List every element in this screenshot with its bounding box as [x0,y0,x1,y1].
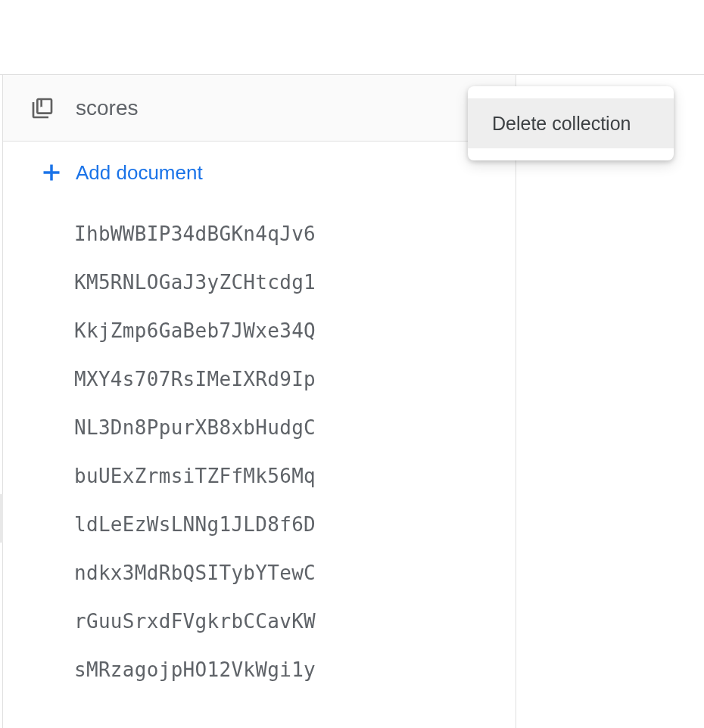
document-item[interactable]: KM5RNLOGaJ3yZCHtcdg1 [3,258,516,306]
left-edge-divider [0,75,3,728]
top-spacer [0,0,704,74]
plus-icon [39,160,64,185]
document-item[interactable]: rGuuSrxdFVgkrbCCavKW [3,597,516,646]
document-item[interactable]: MXY4s707RsIMeIXRd9Ip [3,355,516,403]
main-container: scores Add document IhbWWBIP34dBGKn4qJv6 [0,74,704,728]
collection-icon [30,96,55,120]
document-item[interactable]: KkjZmp6GaBeb7JWxe34Q [3,306,516,355]
collection-name: scores [76,96,463,120]
document-item[interactable]: ndkx3MdRbQSITybYTewC [3,549,516,597]
left-edge-scroll-indicator [0,494,3,543]
context-menu: Delete collection [468,86,674,160]
document-item[interactable]: IhbWWBIP34dBGKn4qJv6 [3,210,516,258]
delete-collection-menu-item[interactable]: Delete collection [468,98,674,148]
add-document-button[interactable]: Add document [3,142,516,204]
document-list: IhbWWBIP34dBGKn4qJv6 KM5RNLOGaJ3yZCHtcdg… [3,204,516,694]
document-item[interactable]: NL3Dn8PpurXB8xbHudgC [3,403,516,452]
document-item[interactable]: buUExZrmsiTZFfMk56Mq [3,452,516,500]
add-document-label: Add document [76,161,203,185]
document-item[interactable]: sMRzagojpHO12VkWgi1y [3,646,516,694]
document-item[interactable]: ldLeEzWsLNNg1JLD8f6D [3,500,516,549]
right-detail-panel [516,75,704,728]
collection-panel-header: scores [3,75,516,142]
collection-panel: scores Add document IhbWWBIP34dBGKn4qJv6 [3,75,516,728]
